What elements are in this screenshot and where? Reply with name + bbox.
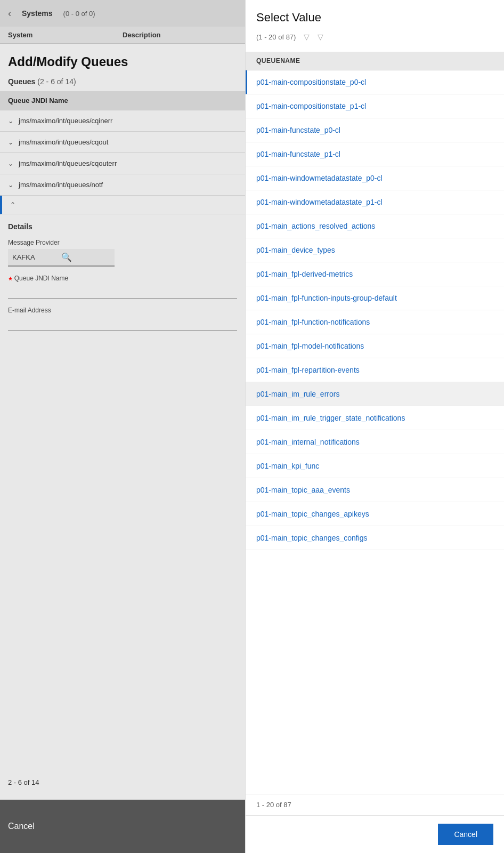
list-item-text: p01-main_im_rule_errors (256, 390, 339, 398)
list-item[interactable]: p01-main_topic_aaa_events (246, 478, 504, 502)
list-item-text: p01-main_fpl-function-notifications (256, 318, 370, 326)
cancel-button-left[interactable]: Cancel (8, 822, 35, 831)
list-item-text: p01-main_im_rule_trigger_state_notificat… (256, 414, 405, 422)
list-item[interactable]: p01-main_fpl-model-notifications (246, 334, 504, 358)
table-row[interactable]: ⌄ jms/maximo/int/queues/cqinerr (0, 110, 245, 132)
list-item-text: p01-main_fpl-model-notifications (256, 342, 364, 350)
message-provider-field[interactable]: KAFKA 🔍 (8, 249, 115, 267)
details-section: Details Message Provider KAFKA 🔍 Queue J… (0, 214, 245, 347)
list-item[interactable]: p01-main-windowmetadatastate_p1-cl (246, 190, 504, 214)
description-column-header: Description (123, 31, 237, 39)
filter-icon-1[interactable]: ▽ (304, 33, 310, 41)
select-value-header: Select Value (1 - 20 of 87) ▽ ▽ (246, 0, 504, 52)
cancel-button-right[interactable]: Cancel (438, 824, 493, 845)
list-item[interactable]: p01-main_fpl-repartition-events (246, 358, 504, 382)
filter-icon-2[interactable]: ▽ (318, 33, 323, 41)
system-column-header: System (8, 31, 123, 39)
chevron-down-icon[interactable]: ⌄ (8, 160, 13, 167)
list-item-text: p01-main-funcstate_p0-cl (256, 126, 340, 134)
list-item-text: p01-main_fpl-function-inputs-group-defau… (256, 294, 397, 302)
right-panel: Select Value (1 - 20 of 87) ▽ ▽ QUEUENAM… (245, 0, 504, 853)
search-icon[interactable]: 🔍 (61, 252, 110, 262)
list-item[interactable]: p01-main_im_rule_trigger_state_notificat… (246, 406, 504, 430)
list-item[interactable]: p01-main_kpi_func (246, 454, 504, 478)
list-item[interactable]: p01-main_device_types (246, 238, 504, 262)
bottom-count-row: 1 - 20 of 87 (246, 794, 504, 815)
list-item-text: p01-main_fpl-repartition-events (256, 366, 360, 374)
list-item[interactable]: p01-main_internal_notifications (246, 430, 504, 454)
list-item[interactable]: p01-main_topic_changes_configs (246, 526, 504, 550)
table-row[interactable]: ⌄ jms/maximo/int/queues/cqout (0, 132, 245, 153)
chevron-down-icon[interactable]: ⌄ (8, 181, 13, 189)
select-value-title: Select Value (256, 11, 493, 25)
list-item-text: p01-main_actions_resolved_actions (256, 222, 375, 230)
chevron-down-icon[interactable]: ⌄ (8, 139, 13, 146)
list-item[interactable]: p01-main_im_rule_errors (246, 382, 504, 406)
queue-table-header: Queue JNDI Name (0, 91, 245, 110)
list-item[interactable]: p01-main_fpl-function-inputs-group-defau… (246, 286, 504, 310)
table-row[interactable]: ⌄ jms/maximo/int/queues/cqouterr (0, 153, 245, 174)
email-input[interactable] (8, 317, 237, 331)
top-bar: ‹ Systems (0 - 0 of 0) (0, 0, 245, 27)
list-item[interactable]: p01-main_topic_changes_apikeys (246, 502, 504, 526)
results-count-row: (1 - 20 of 87) ▽ ▽ (256, 30, 493, 46)
list-item-text: p01-main_kpi_func (256, 462, 319, 470)
systems-count: (0 - 0 of 0) (63, 10, 95, 18)
list-item-text: p01-main-windowmetadatastate_p1-cl (256, 198, 383, 206)
list-item[interactable]: p01-main_actions_resolved_actions (246, 214, 504, 238)
queue-jndi-label: Queue JNDI Name (8, 275, 237, 282)
list-item-text: p01-main_topic_changes_configs (256, 534, 368, 542)
list-item[interactable]: p01-main-funcstate_p1-cl (246, 142, 504, 166)
queue-jndi-value: jms/maximo/int/queues/notf (19, 181, 103, 189)
details-title: Details (8, 222, 237, 231)
queue-jndi-header: Queue JNDI Name (8, 96, 68, 104)
list-item-text: p01-main-windowmetadatastate_p0-cl (256, 174, 383, 182)
right-bottom-bar: Cancel (246, 815, 504, 853)
queue-jndi-value: jms/maximo/int/queues/cqinerr (19, 117, 112, 125)
queues-count: (2 - 6 of 14) (37, 77, 76, 86)
list-item-text: p01-main_topic_changes_apikeys (256, 510, 369, 518)
list-item[interactable]: p01-main_fpl-function-notifications (246, 310, 504, 334)
expanded-row-indicator[interactable]: ⌃ (0, 196, 245, 214)
chevron-down-icon[interactable]: ⌄ (8, 117, 13, 125)
queuename-column-header: QUEUENAME (246, 52, 504, 70)
queues-label: Queues (2 - 6 of 14) (0, 75, 245, 91)
queue-list: p01-main-compositionstate_p0-clp01-main-… (246, 70, 504, 794)
left-panel: ‹ Systems (0 - 0 of 0) System Descriptio… (0, 0, 245, 853)
list-item[interactable]: p01-main-compositionstate_p1-cl (246, 94, 504, 118)
queue-jndi-input[interactable] (8, 285, 237, 299)
list-item[interactable]: p01-main_fpl-derived-metrics (246, 262, 504, 286)
list-item-text: p01-main_topic_aaa_events (256, 486, 350, 494)
list-item-text: p01-main_device_types (256, 246, 335, 254)
page-title: Add/Modify Queues (0, 44, 245, 75)
list-item[interactable]: p01-main-windowmetadatastate_p0-cl (246, 166, 504, 190)
bottom-status: 2 - 6 of 14 (0, 770, 245, 794)
list-item-text: p01-main-funcstate_p1-cl (256, 150, 340, 158)
message-provider-value: KAFKA (12, 253, 61, 261)
chevron-up-icon[interactable]: ⌃ (10, 201, 15, 208)
back-button[interactable]: ‹ (8, 8, 11, 19)
list-item-text: p01-main_fpl-derived-metrics (256, 270, 353, 278)
list-item-text: p01-main-compositionstate_p0-cl (256, 78, 366, 86)
systems-tab-label[interactable]: Systems (22, 9, 53, 18)
table-row[interactable]: ⌄ jms/maximo/int/queues/notf (0, 174, 245, 196)
list-item-text: p01-main_internal_notifications (256, 438, 360, 446)
message-provider-label: Message Provider (8, 239, 237, 246)
queue-jndi-value: jms/maximo/int/queues/cqouterr (19, 159, 117, 167)
list-item[interactable]: p01-main-funcstate_p0-cl (246, 118, 504, 142)
left-table-header: System Description (0, 27, 245, 44)
bottom-bar: Cancel (0, 800, 245, 853)
list-item-text: p01-main-compositionstate_p1-cl (256, 102, 366, 110)
results-count: (1 - 20 of 87) (256, 33, 296, 41)
email-label: E-mail Address (8, 307, 237, 314)
list-item[interactable]: p01-main-compositionstate_p0-cl (246, 70, 504, 94)
queue-jndi-value: jms/maximo/int/queues/cqout (19, 138, 108, 146)
